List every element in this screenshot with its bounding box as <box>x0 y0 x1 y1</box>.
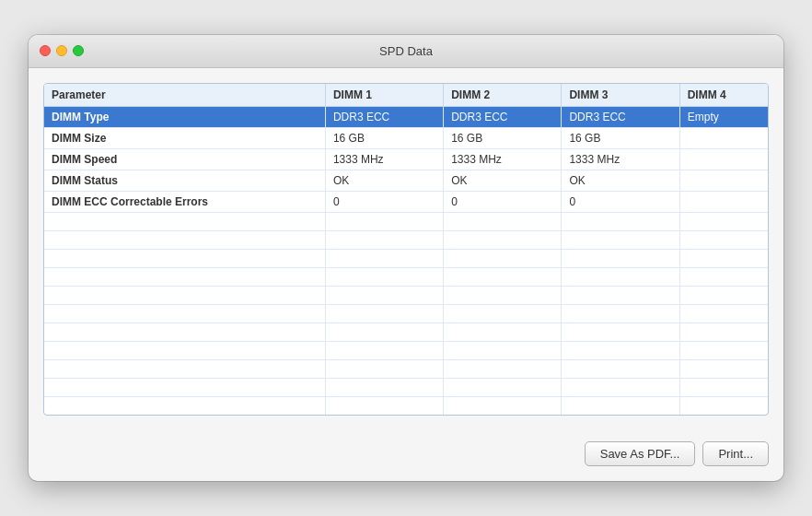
table-cell-value: 16 GB <box>562 127 679 148</box>
print-button[interactable]: Print... <box>702 441 769 466</box>
table-row[interactable] <box>44 267 768 286</box>
table-row[interactable]: DIMM StatusOKOKOK <box>44 170 768 191</box>
table-row[interactable] <box>44 378 768 396</box>
table-cell-value <box>679 341 768 359</box>
table-cell-value <box>679 359 768 378</box>
table-cell-value <box>679 249 768 267</box>
table-cell-value: 1333 MHz <box>325 148 443 170</box>
titlebar: SPD Data <box>29 35 783 68</box>
table-cell-parameter <box>44 359 325 378</box>
window-title: SPD Data <box>379 44 433 58</box>
table-cell-value <box>562 286 679 304</box>
table-cell-value <box>444 267 562 286</box>
table-cell-value: OK <box>562 170 679 191</box>
table-cell-value <box>444 286 562 304</box>
table-cell-parameter <box>44 286 325 304</box>
table-cell-value: 0 <box>444 191 562 212</box>
table-cell-value <box>325 304 443 322</box>
table-cell-value <box>562 322 679 341</box>
table-cell-value <box>679 212 768 230</box>
table-cell-parameter <box>44 341 325 359</box>
table-cell-value <box>562 212 679 230</box>
table-cell-parameter <box>44 212 325 230</box>
table-cell-value <box>562 396 679 415</box>
table-row[interactable] <box>44 396 768 415</box>
table-cell-value: Empty <box>679 106 768 127</box>
table-cell-value: 1333 MHz <box>562 148 679 170</box>
table-cell-value <box>679 267 768 286</box>
maximize-button[interactable] <box>73 45 84 56</box>
table-cell-value <box>325 359 443 378</box>
main-window: SPD Data Parameter DIMM 1 DIMM 2 DIMM 3 … <box>29 35 783 482</box>
table-row[interactable] <box>44 304 768 322</box>
table-row[interactable]: DIMM ECC Correctable Errors000 <box>44 191 768 212</box>
table-cell-parameter: DIMM Type <box>44 106 325 127</box>
table-cell-value <box>679 396 768 415</box>
table-cell-value: 16 GB <box>444 127 562 148</box>
table-cell-parameter <box>44 304 325 322</box>
table-cell-value <box>444 249 562 267</box>
table-cell-value <box>325 249 443 267</box>
table-cell-value <box>444 341 562 359</box>
table-cell-value: DDR3 ECC <box>444 106 562 127</box>
minimize-button[interactable] <box>56 45 67 56</box>
table-row[interactable] <box>44 341 768 359</box>
col-dimm3: DIMM 3 <box>562 84 679 107</box>
table-cell-parameter: DIMM Speed <box>44 148 325 170</box>
table-row[interactable] <box>44 286 768 304</box>
col-dimm1: DIMM 1 <box>325 84 443 107</box>
table-cell-value <box>325 378 443 396</box>
table-cell-parameter: DIMM ECC Correctable Errors <box>44 191 325 212</box>
table-row[interactable] <box>44 249 768 267</box>
table-cell-value <box>679 148 768 170</box>
table-row[interactable]: DIMM Speed1333 MHz1333 MHz1333 MHz <box>44 148 768 170</box>
table-cell-value <box>325 212 443 230</box>
table-cell-value <box>325 341 443 359</box>
table-row[interactable] <box>44 359 768 378</box>
table-row[interactable] <box>44 230 768 249</box>
window-content: Parameter DIMM 1 DIMM 2 DIMM 3 DIMM 4 DI… <box>29 68 783 431</box>
table-cell-value <box>679 378 768 396</box>
col-parameter: Parameter <box>44 84 325 107</box>
table-cell-value <box>562 378 679 396</box>
table-cell-value: DDR3 ECC <box>325 106 443 127</box>
table-row[interactable] <box>44 212 768 230</box>
table-cell-parameter <box>44 378 325 396</box>
table-cell-value <box>562 304 679 322</box>
table-cell-value <box>325 230 443 249</box>
spd-table: Parameter DIMM 1 DIMM 2 DIMM 3 DIMM 4 DI… <box>44 84 768 416</box>
col-dimm2: DIMM 2 <box>444 84 562 107</box>
table-cell-parameter: DIMM Status <box>44 170 325 191</box>
table-cell-value <box>325 322 443 341</box>
save-as-pdf-button[interactable]: Save As PDF... <box>585 441 696 466</box>
table-cell-value: OK <box>325 170 443 191</box>
table-cell-value: 0 <box>562 191 679 212</box>
table-row[interactable]: DIMM TypeDDR3 ECCDDR3 ECCDDR3 ECCEmpty <box>44 106 768 127</box>
table-cell-parameter: DIMM Size <box>44 127 325 148</box>
table-cell-parameter <box>44 322 325 341</box>
table-cell-value <box>679 191 768 212</box>
table-cell-value <box>562 341 679 359</box>
table-cell-value <box>444 212 562 230</box>
header-row: Parameter DIMM 1 DIMM 2 DIMM 3 DIMM 4 <box>44 84 768 107</box>
table-cell-value <box>325 396 443 415</box>
table-cell-parameter <box>44 396 325 415</box>
table-header: Parameter DIMM 1 DIMM 2 DIMM 3 DIMM 4 <box>44 84 768 107</box>
table-cell-value: 1333 MHz <box>444 148 562 170</box>
table-cell-value <box>679 286 768 304</box>
table-cell-value <box>562 230 679 249</box>
traffic-lights <box>40 45 84 56</box>
table-cell-value <box>325 286 443 304</box>
table-cell-value: 16 GB <box>325 127 443 148</box>
close-button[interactable] <box>40 45 51 56</box>
table-cell-value <box>444 359 562 378</box>
table-cell-value <box>562 249 679 267</box>
table-cell-parameter <box>44 230 325 249</box>
table-row[interactable]: DIMM Size16 GB16 GB16 GB <box>44 127 768 148</box>
table-cell-value <box>444 322 562 341</box>
table-cell-value <box>562 267 679 286</box>
table-cell-value: OK <box>444 170 562 191</box>
table-row[interactable] <box>44 322 768 341</box>
table-cell-value: DDR3 ECC <box>562 106 679 127</box>
table-cell-value <box>679 304 768 322</box>
